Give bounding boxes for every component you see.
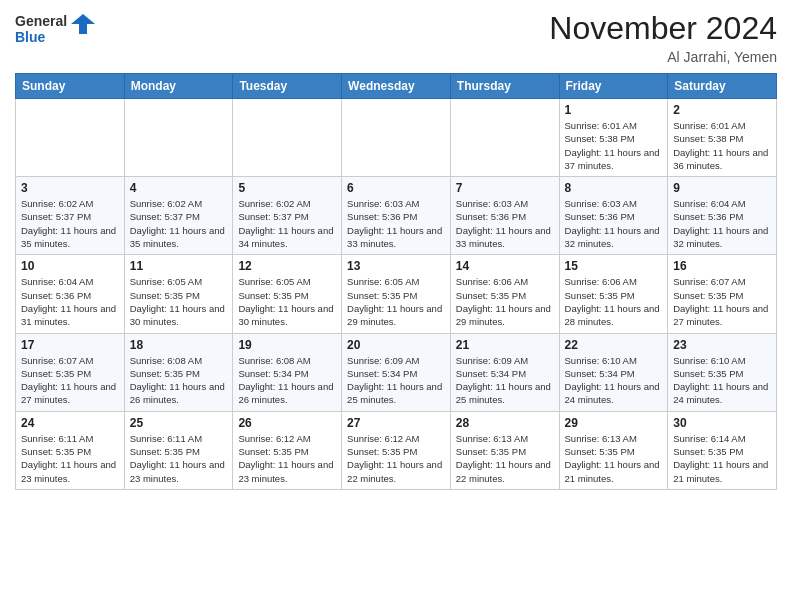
calendar-cell: 23Sunrise: 6:10 AM Sunset: 5:35 PM Dayli… (668, 333, 777, 411)
calendar-cell: 3Sunrise: 6:02 AM Sunset: 5:37 PM Daylig… (16, 177, 125, 255)
calendar-page: General Blue November 2024 Al Jarrahi, Y… (0, 0, 792, 612)
day-info: Sunrise: 6:02 AM Sunset: 5:37 PM Dayligh… (130, 197, 228, 250)
calendar-cell: 14Sunrise: 6:06 AM Sunset: 5:35 PM Dayli… (450, 255, 559, 333)
calendar-cell: 25Sunrise: 6:11 AM Sunset: 5:35 PM Dayli… (124, 411, 233, 489)
day-number: 17 (21, 338, 119, 352)
weekday-header-row: SundayMondayTuesdayWednesdayThursdayFrid… (16, 74, 777, 99)
weekday-header-saturday: Saturday (668, 74, 777, 99)
day-number: 19 (238, 338, 336, 352)
calendar-cell: 22Sunrise: 6:10 AM Sunset: 5:34 PM Dayli… (559, 333, 668, 411)
day-number: 24 (21, 416, 119, 430)
day-info: Sunrise: 6:05 AM Sunset: 5:35 PM Dayligh… (238, 275, 336, 328)
header: General Blue November 2024 Al Jarrahi, Y… (15, 10, 777, 65)
day-number: 21 (456, 338, 554, 352)
calendar-week-1: 1Sunrise: 6:01 AM Sunset: 5:38 PM Daylig… (16, 99, 777, 177)
calendar-cell: 10Sunrise: 6:04 AM Sunset: 5:36 PM Dayli… (16, 255, 125, 333)
day-info: Sunrise: 6:05 AM Sunset: 5:35 PM Dayligh… (130, 275, 228, 328)
day-number: 26 (238, 416, 336, 430)
day-info: Sunrise: 6:11 AM Sunset: 5:35 PM Dayligh… (130, 432, 228, 485)
calendar-cell: 29Sunrise: 6:13 AM Sunset: 5:35 PM Dayli… (559, 411, 668, 489)
calendar-cell: 30Sunrise: 6:14 AM Sunset: 5:35 PM Dayli… (668, 411, 777, 489)
calendar-week-2: 3Sunrise: 6:02 AM Sunset: 5:37 PM Daylig… (16, 177, 777, 255)
day-info: Sunrise: 6:10 AM Sunset: 5:34 PM Dayligh… (565, 354, 663, 407)
logo: General Blue (15, 10, 95, 52)
calendar-cell: 4Sunrise: 6:02 AM Sunset: 5:37 PM Daylig… (124, 177, 233, 255)
calendar-cell (450, 99, 559, 177)
location-title: Al Jarrahi, Yemen (549, 49, 777, 65)
day-info: Sunrise: 6:01 AM Sunset: 5:38 PM Dayligh… (565, 119, 663, 172)
calendar-cell (233, 99, 342, 177)
day-info: Sunrise: 6:08 AM Sunset: 5:34 PM Dayligh… (238, 354, 336, 407)
day-info: Sunrise: 6:05 AM Sunset: 5:35 PM Dayligh… (347, 275, 445, 328)
day-info: Sunrise: 6:11 AM Sunset: 5:35 PM Dayligh… (21, 432, 119, 485)
day-number: 18 (130, 338, 228, 352)
calendar-cell: 24Sunrise: 6:11 AM Sunset: 5:35 PM Dayli… (16, 411, 125, 489)
day-number: 25 (130, 416, 228, 430)
day-info: Sunrise: 6:06 AM Sunset: 5:35 PM Dayligh… (565, 275, 663, 328)
calendar-week-4: 17Sunrise: 6:07 AM Sunset: 5:35 PM Dayli… (16, 333, 777, 411)
day-info: Sunrise: 6:12 AM Sunset: 5:35 PM Dayligh… (347, 432, 445, 485)
day-number: 22 (565, 338, 663, 352)
calendar-cell: 11Sunrise: 6:05 AM Sunset: 5:35 PM Dayli… (124, 255, 233, 333)
day-number: 23 (673, 338, 771, 352)
day-info: Sunrise: 6:07 AM Sunset: 5:35 PM Dayligh… (673, 275, 771, 328)
day-info: Sunrise: 6:14 AM Sunset: 5:35 PM Dayligh… (673, 432, 771, 485)
calendar-cell: 20Sunrise: 6:09 AM Sunset: 5:34 PM Dayli… (342, 333, 451, 411)
calendar-cell: 13Sunrise: 6:05 AM Sunset: 5:35 PM Dayli… (342, 255, 451, 333)
calendar-cell: 17Sunrise: 6:07 AM Sunset: 5:35 PM Dayli… (16, 333, 125, 411)
day-number: 7 (456, 181, 554, 195)
day-number: 15 (565, 259, 663, 273)
weekday-header-wednesday: Wednesday (342, 74, 451, 99)
day-number: 13 (347, 259, 445, 273)
calendar-cell: 27Sunrise: 6:12 AM Sunset: 5:35 PM Dayli… (342, 411, 451, 489)
day-number: 27 (347, 416, 445, 430)
day-info: Sunrise: 6:13 AM Sunset: 5:35 PM Dayligh… (565, 432, 663, 485)
calendar-cell: 9Sunrise: 6:04 AM Sunset: 5:36 PM Daylig… (668, 177, 777, 255)
calendar-cell (342, 99, 451, 177)
calendar-cell: 28Sunrise: 6:13 AM Sunset: 5:35 PM Dayli… (450, 411, 559, 489)
day-info: Sunrise: 6:01 AM Sunset: 5:38 PM Dayligh… (673, 119, 771, 172)
calendar-cell: 21Sunrise: 6:09 AM Sunset: 5:34 PM Dayli… (450, 333, 559, 411)
day-info: Sunrise: 6:03 AM Sunset: 5:36 PM Dayligh… (347, 197, 445, 250)
weekday-header-thursday: Thursday (450, 74, 559, 99)
title-area: November 2024 Al Jarrahi, Yemen (549, 10, 777, 65)
day-number: 4 (130, 181, 228, 195)
calendar-cell: 18Sunrise: 6:08 AM Sunset: 5:35 PM Dayli… (124, 333, 233, 411)
day-info: Sunrise: 6:12 AM Sunset: 5:35 PM Dayligh… (238, 432, 336, 485)
svg-text:General: General (15, 13, 67, 29)
day-info: Sunrise: 6:04 AM Sunset: 5:36 PM Dayligh… (21, 275, 119, 328)
day-number: 1 (565, 103, 663, 117)
day-info: Sunrise: 6:02 AM Sunset: 5:37 PM Dayligh… (238, 197, 336, 250)
svg-marker-2 (71, 14, 95, 34)
month-title: November 2024 (549, 10, 777, 47)
svg-text:Blue: Blue (15, 29, 46, 45)
day-number: 10 (21, 259, 119, 273)
weekday-header-friday: Friday (559, 74, 668, 99)
day-number: 2 (673, 103, 771, 117)
day-number: 11 (130, 259, 228, 273)
day-number: 9 (673, 181, 771, 195)
day-info: Sunrise: 6:09 AM Sunset: 5:34 PM Dayligh… (347, 354, 445, 407)
day-number: 28 (456, 416, 554, 430)
weekday-header-sunday: Sunday (16, 74, 125, 99)
calendar-cell (16, 99, 125, 177)
calendar-table: SundayMondayTuesdayWednesdayThursdayFrid… (15, 73, 777, 490)
weekday-header-tuesday: Tuesday (233, 74, 342, 99)
calendar-cell: 5Sunrise: 6:02 AM Sunset: 5:37 PM Daylig… (233, 177, 342, 255)
calendar-cell: 7Sunrise: 6:03 AM Sunset: 5:36 PM Daylig… (450, 177, 559, 255)
calendar-cell: 8Sunrise: 6:03 AM Sunset: 5:36 PM Daylig… (559, 177, 668, 255)
logo-svg: General Blue (15, 10, 95, 48)
day-number: 29 (565, 416, 663, 430)
day-number: 3 (21, 181, 119, 195)
day-info: Sunrise: 6:07 AM Sunset: 5:35 PM Dayligh… (21, 354, 119, 407)
day-info: Sunrise: 6:08 AM Sunset: 5:35 PM Dayligh… (130, 354, 228, 407)
day-number: 20 (347, 338, 445, 352)
day-number: 6 (347, 181, 445, 195)
calendar-body: 1Sunrise: 6:01 AM Sunset: 5:38 PM Daylig… (16, 99, 777, 490)
day-number: 5 (238, 181, 336, 195)
day-info: Sunrise: 6:04 AM Sunset: 5:36 PM Dayligh… (673, 197, 771, 250)
day-info: Sunrise: 6:03 AM Sunset: 5:36 PM Dayligh… (456, 197, 554, 250)
day-number: 12 (238, 259, 336, 273)
calendar-cell: 16Sunrise: 6:07 AM Sunset: 5:35 PM Dayli… (668, 255, 777, 333)
day-info: Sunrise: 6:03 AM Sunset: 5:36 PM Dayligh… (565, 197, 663, 250)
